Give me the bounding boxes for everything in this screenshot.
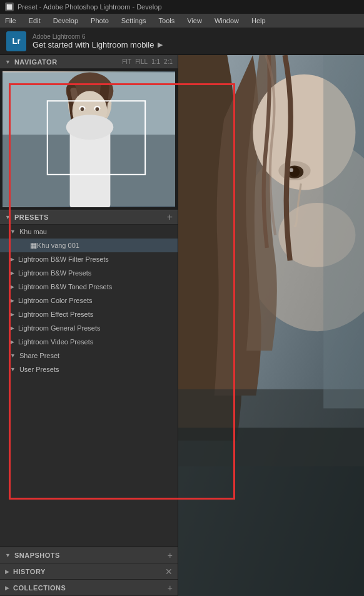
bw-filter-arrow: ▶: [10, 256, 14, 262]
menu-item-settings[interactable]: Settings: [119, 16, 149, 26]
bw-toned-arrow: ▶: [10, 284, 14, 290]
video-arrow: ▶: [10, 339, 14, 345]
nav-2to1[interactable]: 2:1: [164, 58, 173, 65]
main-photo-svg: [178, 55, 364, 596]
preset-icon: ▦: [30, 241, 37, 250]
svg-rect-27: [323, 55, 364, 408]
history-title: History: [13, 568, 165, 575]
main-layout: ▼ Navigator FIT FILL 1:1 2:1: [0, 55, 364, 596]
share-arrow: ▼: [10, 352, 16, 359]
navigator-content: [0, 69, 178, 210]
menu-item-window[interactable]: Window: [212, 16, 241, 26]
menu-bar: FileEditDevelopPhotoSettingsToolsViewWin…: [0, 14, 364, 28]
preset-group-bw-toned[interactable]: ▶ Lightroom B&W Toned Presets: [0, 280, 178, 294]
photo-thumbnail: [3, 71, 175, 207]
lr-app-name: Adobe Lightroom 6: [33, 33, 163, 40]
app-icon: ⬜: [5, 3, 14, 11]
preset-group-khu-mau: ▼ Khu mau ▦ Khu vang 001: [0, 225, 178, 252]
history-section[interactable]: ▶ History ✕: [0, 563, 178, 580]
navigator-header[interactable]: ▼ Navigator FIT FILL 1:1 2:1: [0, 55, 178, 69]
general-arrow: ▶: [10, 325, 14, 331]
bw-toned-label: Lightroom B&W Toned Presets: [18, 283, 112, 290]
preset-group-effect[interactable]: ▶ Lightroom Effect Presets: [0, 307, 178, 321]
collections-section[interactable]: ▶ Collections +: [0, 580, 178, 596]
lr-header-text: Adobe Lightroom 6 Get started with Light…: [33, 33, 163, 49]
color-label: Lightroom Color Presets: [18, 297, 93, 304]
collections-arrow: ▶: [5, 585, 9, 591]
snapshots-arrow: ▼: [5, 552, 11, 558]
color-arrow: ▶: [10, 297, 14, 304]
menu-item-tools[interactable]: Tools: [156, 16, 178, 26]
lr-header: Lr Adobe Lightroom 6 Get started with Li…: [0, 28, 364, 55]
main-photo: [178, 55, 364, 596]
effect-label: Lightroom Effect Presets: [18, 311, 93, 318]
history-clear-button[interactable]: ✕: [165, 567, 173, 577]
user-label: User Presets: [19, 366, 59, 373]
user-arrow: ▼: [10, 366, 16, 372]
menu-item-develop[interactable]: Develop: [51, 16, 81, 26]
menu-item-edit[interactable]: Edit: [26, 16, 43, 26]
navigator-arrow: ▼: [5, 59, 11, 65]
khu-mau-arrow: ▼: [10, 229, 16, 235]
preset-group-video[interactable]: ▶ Lightroom Video Presets: [0, 335, 178, 349]
preset-group-user[interactable]: ▼ User Presets: [0, 362, 178, 376]
navigator-title: Navigator: [14, 58, 122, 66]
svg-point-14: [66, 115, 114, 140]
history-arrow: ▶: [5, 568, 9, 575]
preset-group-bw[interactable]: ▶ Lightroom B&W Presets: [0, 266, 178, 280]
nav-fit[interactable]: FIT: [122, 58, 131, 65]
effect-arrow: ▶: [10, 311, 14, 317]
window-title: Preset - Adobe Photoshop Lightroom - Dev…: [18, 3, 162, 11]
bw-arrow: ▶: [10, 270, 14, 276]
collections-title: Collections: [13, 584, 168, 592]
snapshots-add-button[interactable]: +: [168, 550, 173, 560]
preset-group-bw-filter[interactable]: ▶ Lightroom B&W Filter Presets: [0, 252, 178, 266]
navigator-controls: FIT FILL 1:1 2:1: [122, 58, 173, 65]
navigator-svg: [3, 71, 175, 207]
nav-fill[interactable]: FILL: [135, 58, 148, 65]
menu-item-photo[interactable]: Photo: [88, 16, 111, 26]
left-panel: ▼ Navigator FIT FILL 1:1 2:1: [0, 55, 178, 596]
bottom-sections: ▼ Snapshots + ▶ History ✕ ▶ Collections …: [0, 547, 178, 596]
presets-header[interactable]: ▼ Presets +: [0, 210, 178, 225]
preset-name-khu-vang: Khu vang 001: [37, 242, 79, 249]
menu-item-file[interactable]: File: [3, 16, 19, 26]
presets-title: Presets: [14, 213, 167, 221]
menu-item-help[interactable]: Help: [249, 16, 268, 26]
bw-label: Lightroom B&W Presets: [18, 269, 91, 277]
lr-badge: Lr: [6, 31, 26, 51]
play-button[interactable]: ▶: [158, 41, 163, 49]
presets-section: ▼ Presets + ▼ Khu mau ▦ Khu vang 001 ▶ L…: [0, 210, 178, 547]
bw-filter-label: Lightroom B&W Filter Presets: [18, 255, 109, 263]
menu-item-view[interactable]: View: [185, 16, 205, 26]
preset-group-general[interactable]: ▶ Lightroom General Presets: [0, 321, 178, 335]
share-label: Share Preset: [19, 352, 59, 359]
navigator-preview: [3, 71, 175, 207]
svg-point-10: [81, 107, 84, 111]
lr-tagline: Get started with Lightroom mobile ▶: [33, 40, 163, 49]
preset-item-khu-vang[interactable]: ▦ Khu vang 001: [0, 239, 178, 252]
video-label: Lightroom Video Presets: [18, 338, 93, 346]
general-label: Lightroom General Presets: [18, 324, 100, 332]
title-bar: ⬜ Preset - Adobe Photoshop Lightroom - D…: [0, 0, 364, 14]
presets-add-button[interactable]: +: [167, 212, 173, 223]
preset-group-header-khu-mau[interactable]: ▼ Khu mau: [0, 225, 178, 239]
snapshots-title: Snapshots: [14, 552, 168, 559]
khu-mau-label: Khu mau: [19, 228, 47, 235]
preset-group-share[interactable]: ▼ Share Preset: [0, 349, 178, 362]
svg-point-23: [290, 168, 293, 172]
svg-point-11: [95, 107, 99, 111]
collections-add-button[interactable]: +: [168, 583, 173, 593]
presets-arrow: ▼: [5, 214, 11, 220]
snapshots-section[interactable]: ▼ Snapshots +: [0, 547, 178, 563]
preset-group-color[interactable]: ▶ Lightroom Color Presets: [0, 294, 178, 307]
svg-rect-13: [70, 128, 111, 207]
right-area: [178, 55, 364, 596]
nav-1to1[interactable]: 1:1: [151, 58, 160, 65]
